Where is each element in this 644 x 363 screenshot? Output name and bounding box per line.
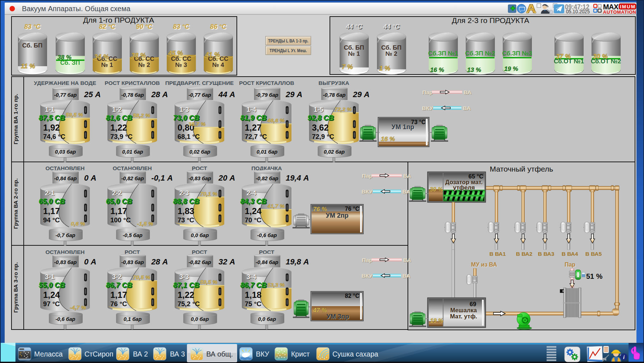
svg-text:Пар: Пар [422,89,433,95]
svg-text:Группа ВА 1-го пр.: Группа ВА 1-го пр. [13,94,19,145]
svg-text:0,6 %: 0,6 % [71,221,85,227]
svg-text:ВА: ВА [402,273,410,279]
svg-text:Сб.ЗП №2: Сб.ЗП №2 [465,50,495,57]
svg-text:74,6 °C: 74,6 °C [43,133,65,140]
svg-text:-0,77 бар: -0,77 бар [54,92,77,98]
svg-text:100 °C: 100 °C [110,216,131,224]
svg-text:1,22: 1,22 [110,123,127,132]
svg-text:76 °C: 76 °C [345,206,360,212]
svg-text:2-3: 2-3 [179,189,189,197]
svg-text:44 °C: 44 °C [383,23,400,30]
svg-text:В ВА4: В ВА4 [562,251,578,257]
svg-text:УДЕРЖАНИЕ НА ВОДЕ: УДЕРЖАНИЕ НА ВОДЕ [34,80,96,86]
svg-text:-0,78 бар: -0,78 бар [323,92,346,98]
svg-text:ВА: ВА [403,173,411,179]
svg-text:1,17: 1,17 [43,206,60,216]
svg-text:IMUM: IMUM [620,4,635,9]
svg-text:ВА: ВА [463,105,471,111]
svg-text:20 А: 20 А [218,173,235,182]
svg-text:16 %: 16 % [430,67,444,73]
svg-text:72,2 %: 72,2 % [335,106,352,112]
svg-text:-0,83 бар: -0,83 бар [189,176,211,181]
svg-text:ВКУ: ВКУ [362,189,373,195]
svg-text:0,02 бар: 0,02 бар [324,149,345,155]
svg-text:-0,6 бар: -0,6 бар [257,232,277,238]
svg-text:59,5 %: 59,5 % [66,112,83,118]
svg-text:2-2: 2-2 [112,189,122,197]
svg-text:72,7 °C: 72,7 °C [245,133,267,140]
svg-text:1-4: 1-4 [247,106,256,113]
svg-text:97 °C: 97 °C [43,300,60,308]
svg-text:3,62: 3,62 [312,123,329,132]
svg-text:0 А: 0 А [84,257,96,266]
svg-text:70,5 %: 70,5 % [133,274,150,280]
svg-text:-0,77 бар: -0,77 бар [189,92,211,98]
svg-text:86,7 СВ: 86,7 СВ [106,281,132,289]
svg-text:Для 2-3 го ПРОДУКТА: Для 2-3 го ПРОДУКТА [452,16,529,24]
svg-text:Сушка сахара: Сушка сахара [332,350,378,358]
svg-text:В ВА1: В ВА1 [489,251,506,257]
svg-text:70,1 %: 70,1 % [200,191,217,197]
svg-text:44 А: 44 А [218,90,235,99]
svg-text:УМ 1пр: УМ 1пр [391,123,414,131]
svg-text:Сб.ЗП №3: Сб.ЗП №3 [502,50,532,57]
svg-text:3-3: 3-3 [179,273,189,281]
svg-text:AUTOMATION: AUTOMATION [603,9,636,15]
svg-text:68,1 °C: 68,1 °C [178,133,200,140]
svg-text:13 %: 13 % [467,67,481,73]
svg-text:0,0 бар: 0,0 бар [191,232,209,238]
svg-text:82 °C: 82 °C [345,293,360,299]
svg-text:1-2: 1-2 [112,106,122,113]
svg-text:2-4: 2-4 [247,189,256,197]
svg-text:ВА 2: ВА 2 [133,350,148,358]
svg-text:94 °C: 94 °C [43,216,60,224]
svg-text:МУ из ВА: МУ из ВА [471,262,497,268]
svg-text:28 А: 28 А [151,257,168,266]
svg-text:№ 1: № 1 [348,50,360,57]
svg-text:-0,83 бар: -0,83 бар [121,259,144,265]
svg-text:2-1: 2-1 [45,189,55,197]
svg-text:72,9 °C: 72,9 °C [312,133,334,140]
svg-text:59,5 %: 59,5 % [200,279,217,285]
svg-text:Сб.ЗП №1: Сб.ЗП №1 [428,50,458,57]
svg-text:ВА: ВА [403,257,411,263]
svg-text:86,7 СВ: 86,7 СВ [240,281,267,289]
svg-text:38,7 %: 38,7 % [188,121,206,127]
svg-text:83 °C: 83 °C [173,23,189,30]
svg-text:1,92: 1,92 [43,123,60,132]
svg-text:55,0 СВ: 55,0 СВ [39,281,65,289]
svg-text:3-4: 3-4 [247,273,256,281]
svg-text:75,2 °C: 75,2 °C [178,300,200,308]
svg-text:1,24: 1,24 [245,206,262,216]
svg-text:76 %: 76 % [313,206,327,213]
svg-text:1-3: 1-3 [179,106,189,113]
svg-text:-0,82 бар: -0,82 бар [189,259,211,265]
svg-text:30 %: 30 % [593,53,608,60]
svg-text:81,6 СВ: 81,6 СВ [106,114,132,122]
svg-text:№ 3: № 3 [175,62,187,68]
svg-text:90 °C: 90 °C [136,23,152,30]
svg-text:0,0 бар: 0,0 бар [258,316,276,322]
svg-text:В ВА5: В ВА5 [585,251,602,257]
svg-text:-4,7 %: -4,7 % [70,304,86,310]
svg-text:0 А: 0 А [84,173,96,182]
svg-text:34 %: 34 % [94,53,109,60]
svg-text:1 %: 1 % [379,65,390,72]
svg-text:Мат. утф.: Мат. утф. [450,313,477,319]
svg-text:В ВА3: В ВА3 [538,251,555,257]
svg-text:ВА 3: ВА 3 [170,350,185,358]
svg-text:19 %: 19 % [430,318,443,324]
svg-text:73 °C: 73 °C [178,216,194,224]
svg-text:83 °C: 83 °C [24,23,41,30]
svg-text:19,8 А: 19,8 А [286,257,309,266]
svg-text:46,6 %: 46,6 % [267,117,285,123]
svg-text:3-2: 3-2 [112,273,122,281]
svg-text:В ВА2: В ВА2 [516,251,533,257]
svg-text:29 А: 29 А [353,90,369,99]
svg-text:Мешалка: Мешалка [450,307,477,313]
svg-text:ВКУ: ВКУ [422,105,433,111]
svg-text:38 %: 38 % [131,52,146,59]
svg-text:№ 1: № 1 [101,62,113,68]
svg-text:РОСТ КРИСТАЛЛОВ: РОСТ КРИСТАЛЛОВ [239,80,294,86]
svg-text:7 %: 7 % [342,63,353,71]
